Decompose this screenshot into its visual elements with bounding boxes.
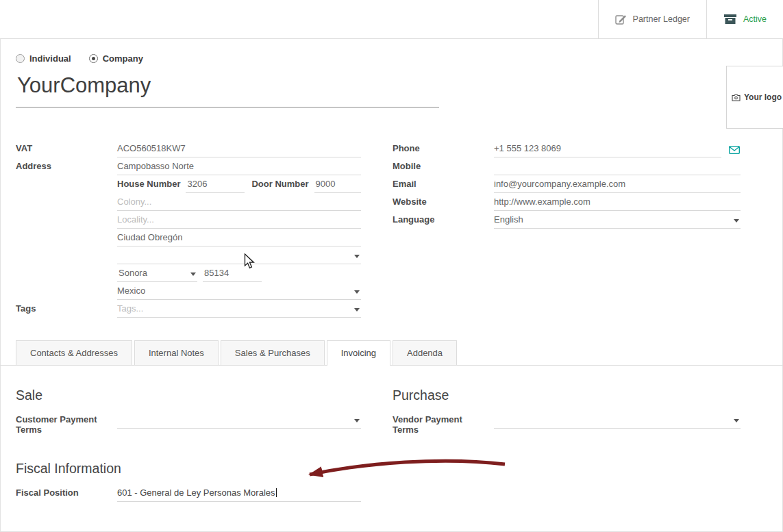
vat-input[interactable]: ACO560518KW7 xyxy=(117,140,361,157)
locality-input[interactable]: Locality... xyxy=(117,212,361,229)
notebook-tabs: Contacts & Addresses Internal Notes Sale… xyxy=(0,340,783,366)
individual-radio[interactable]: Individual xyxy=(16,53,71,64)
vendor-payment-terms-row: Vendor Payment Terms xyxy=(393,411,741,435)
text-cursor xyxy=(276,488,277,497)
purchase-group: Purchase Vendor Payment Terms xyxy=(393,377,741,435)
chevron-down-icon xyxy=(354,255,360,258)
language-label: Language xyxy=(393,212,494,225)
individual-radio-label: Individual xyxy=(29,53,71,64)
tags-row: Tags Tags... xyxy=(16,301,361,318)
chevron-down-icon xyxy=(354,419,360,422)
fields-grid: VAT ACO560518KW7 Address Campobasso Nort… xyxy=(16,140,767,318)
tab-sales-purchases[interactable]: Sales & Purchases xyxy=(221,340,325,365)
door-number-label: Door Number xyxy=(245,176,314,191)
language-row: Language English xyxy=(393,212,741,229)
company-logo-upload[interactable]: Your logo xyxy=(726,66,783,129)
chevron-down-icon xyxy=(734,219,739,223)
tab-invoicing[interactable]: Invoicing xyxy=(327,340,390,366)
email-label: Email xyxy=(393,176,494,189)
invoicing-tab-content: Sale Customer Payment Terms Purchase Ven… xyxy=(16,366,767,503)
municipality-row xyxy=(16,247,361,265)
house-number-label: House Number xyxy=(117,176,186,191)
state-select[interactable]: Sonora xyxy=(117,265,197,282)
street-input[interactable]: Campobasso Norte xyxy=(117,158,361,175)
vat-label: VAT xyxy=(16,140,117,153)
left-column: VAT ACO560518KW7 Address Campobasso Nort… xyxy=(16,140,361,318)
fiscal-position-label: Fiscal Position xyxy=(16,485,117,498)
language-select[interactable]: English xyxy=(494,212,741,229)
country-row: Mexico xyxy=(16,283,361,301)
address-label: Address xyxy=(16,158,117,171)
phone-value: +1 555 123 8069 xyxy=(494,143,561,153)
state-zip-row: Sonora 85134 xyxy=(16,265,361,283)
tags-input[interactable]: Tags... xyxy=(117,301,361,318)
sms-envelope-icon[interactable] xyxy=(729,146,740,154)
colony-input[interactable]: Colony... xyxy=(117,194,361,211)
email-row: Email info@yourcompany.example.com xyxy=(393,176,741,194)
company-radio-label: Company xyxy=(103,53,143,64)
sale-group: Sale Customer Payment Terms xyxy=(16,377,361,435)
customer-payment-terms-select[interactable] xyxy=(117,411,361,429)
country-select[interactable]: Mexico xyxy=(117,283,361,300)
state-value: Sonora xyxy=(119,268,147,278)
tab-internal-notes[interactable]: Internal Notes xyxy=(134,340,219,365)
house-door-row: House Number 3206 Door Number 9000 xyxy=(16,176,361,194)
fiscal-position-input[interactable]: 601 - General de Ley Personas Morales xyxy=(117,485,361,502)
purchase-section-title: Purchase xyxy=(393,388,741,403)
mobile-input[interactable] xyxy=(494,158,741,175)
mobile-label: Mobile xyxy=(393,158,494,171)
vendor-payment-terms-label: Vendor Payment Terms xyxy=(393,411,494,435)
tags-label: Tags xyxy=(16,301,117,314)
fiscal-position-row: Fiscal Position 601 - General de Ley Per… xyxy=(16,485,361,503)
chevron-down-icon xyxy=(190,273,196,276)
municipality-select[interactable] xyxy=(117,247,361,264)
language-value: English xyxy=(494,214,523,225)
company-name-input[interactable]: YourCompany xyxy=(16,71,439,107)
company-type-radio-group: Individual Company xyxy=(16,53,767,64)
door-number-input[interactable]: 9000 xyxy=(314,176,361,193)
chevron-down-icon xyxy=(354,308,360,312)
sale-section-title: Sale xyxy=(16,388,361,403)
partner-ledger-button[interactable]: Partner Ledger xyxy=(598,0,706,38)
mobile-row: Mobile xyxy=(393,158,741,176)
chevron-down-icon xyxy=(734,419,739,422)
logo-label: Your logo xyxy=(744,92,782,102)
fiscal-information-title: Fiscal Information xyxy=(16,461,767,477)
website-label: Website xyxy=(393,194,494,207)
radio-icon xyxy=(16,54,25,63)
topbar: Partner Ledger Active xyxy=(0,0,783,39)
phone-row: Phone +1 555 123 8069 xyxy=(393,140,741,158)
customer-payment-terms-row: Customer Payment Terms xyxy=(16,411,361,435)
city-input[interactable]: Ciudad Obregón xyxy=(117,229,361,246)
customer-payment-terms-label: Customer Payment Terms xyxy=(16,411,117,435)
email-input[interactable]: info@yourcompany.example.com xyxy=(494,176,741,193)
locality-row: Locality... xyxy=(16,212,361,229)
tab-addenda[interactable]: Addenda xyxy=(393,340,457,365)
country-value: Mexico xyxy=(117,286,145,296)
vat-row: VAT ACO560518KW7 xyxy=(16,140,361,158)
company-radio[interactable]: Company xyxy=(89,53,143,64)
camera-icon xyxy=(732,94,741,101)
form-sheet: Individual Company YourCompany Your logo… xyxy=(0,53,783,503)
street-row: Address Campobasso Norte xyxy=(16,158,361,176)
website-row: Website http://www.example.com xyxy=(393,194,741,212)
tab-contacts-addresses[interactable]: Contacts & Addresses xyxy=(16,340,132,365)
tags-placeholder: Tags... xyxy=(117,303,143,314)
partner-ledger-label: Partner Ledger xyxy=(633,14,690,24)
house-number-input[interactable]: 3206 xyxy=(186,176,245,193)
active-button[interactable]: Active xyxy=(706,0,783,38)
edit-icon xyxy=(615,14,627,25)
website-input[interactable]: http://www.example.com xyxy=(494,194,741,211)
right-column: Phone +1 555 123 8069 Mobile Email info@… xyxy=(393,140,741,229)
fiscal-position-value: 601 - General de Ley Personas Morales xyxy=(117,487,275,498)
phone-label: Phone xyxy=(393,140,494,153)
colony-row: Colony... xyxy=(16,194,361,212)
vendor-payment-terms-select[interactable] xyxy=(494,411,741,429)
zip-input[interactable]: 85134 xyxy=(203,265,262,282)
radio-checked-icon xyxy=(89,54,98,63)
active-label: Active xyxy=(743,14,767,24)
chevron-down-icon xyxy=(354,290,360,294)
city-row: Ciudad Obregón xyxy=(16,229,361,247)
archive-icon xyxy=(723,14,737,25)
phone-input[interactable]: +1 555 123 8069 xyxy=(494,140,721,157)
